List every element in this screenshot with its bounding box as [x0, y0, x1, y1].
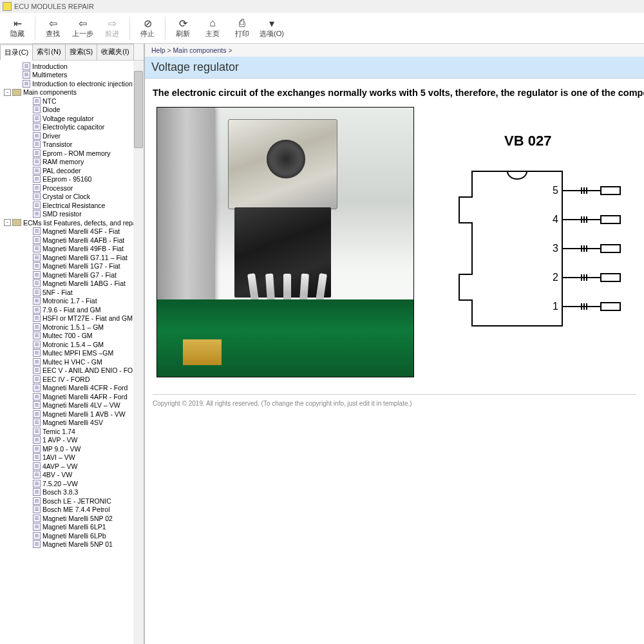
tree-node[interactable]: Crystal or Clock: [0, 193, 144, 202]
tree-node[interactable]: Motronic 1.7 - Fiat: [0, 297, 144, 306]
tree-node[interactable]: Introduction: [0, 62, 144, 71]
stop-button[interactable]: ⊘停止: [134, 14, 161, 43]
tree-node[interactable]: 7.9.6 - Fiat and GM: [0, 305, 144, 314]
book-icon: [12, 89, 21, 96]
tree-node[interactable]: SMD resistor: [0, 210, 144, 219]
tab-index[interactable]: 索引(N): [32, 44, 65, 60]
tree-node[interactable]: -Main components: [0, 88, 144, 97]
tree-node[interactable]: Multec 700 - GM: [0, 332, 144, 341]
tree-node[interactable]: Magneti Marelli 5NP 01: [0, 540, 144, 549]
tree-node[interactable]: Magneti Marelli G7 - Fiat: [0, 270, 144, 279]
tree-node[interactable]: Multimeters: [0, 71, 144, 80]
tree-label: Introduction: [32, 62, 68, 70]
tree-node[interactable]: Magneti Marelli G7.11 – Fiat: [0, 253, 144, 262]
tree-node[interactable]: Magneti Marelli 6LPb: [0, 531, 144, 540]
tree-node[interactable]: Temic 1.74: [0, 427, 144, 436]
tree-node[interactable]: 5NF - Fiat: [0, 288, 144, 297]
tree-node[interactable]: Bosch LE - JETRONIC: [0, 497, 144, 506]
schematic-label: VB 027: [504, 133, 551, 149]
tree-node[interactable]: -ECMs list Features, defects, and repair: [0, 218, 144, 227]
document-icon: [33, 445, 41, 453]
tree-node[interactable]: EEC V - ANIL AND ENIO - FORD: [0, 366, 144, 375]
tree-node[interactable]: Magneti Marelli 4CFR - Ford: [0, 384, 144, 393]
document-icon: [33, 297, 41, 305]
tree-toggle-icon[interactable]: -: [4, 89, 11, 96]
tree-node[interactable]: HSFI or MT27E - Fiat and GM: [0, 314, 144, 323]
tree-label: Magneti Marelli 4CFR - Ford: [43, 384, 128, 392]
print-button[interactable]: ⎙打印: [229, 14, 256, 43]
tree-node[interactable]: Transistor: [0, 140, 144, 149]
options-button[interactable]: ▾选项(O): [258, 14, 285, 43]
tree-node[interactable]: Magneti Marelli 4LV – VW: [0, 401, 144, 410]
home-button[interactable]: ⌂主页: [199, 14, 226, 43]
tree-node[interactable]: Diode: [0, 106, 144, 115]
tree-label: MP 9.0 - VW: [43, 445, 80, 453]
tree-node[interactable]: Magneti Marelli 1ABG - Fiat: [0, 279, 144, 289]
tree-node[interactable]: Magneti Marelli 4AFB - Fiat: [0, 236, 144, 245]
tree-node[interactable]: Eprom - ROM memory: [0, 149, 144, 158]
tree-node[interactable]: EEprom - 95160: [0, 175, 144, 184]
tree-node[interactable]: Voltage regulator: [0, 114, 144, 123]
tab-search[interactable]: 搜索(S): [65, 44, 98, 60]
toolbar: ⇤隐藏⇦查找⇦上一步⇨前进⊘停止⟳刷新⌂主页⎙打印▾选项(O): [0, 13, 644, 44]
tree-node[interactable]: Magneti Marelli 5NP 02: [0, 514, 144, 523]
document-icon: [33, 366, 41, 374]
tree-node[interactable]: 7.5.20 –VW: [0, 479, 144, 488]
breadcrumb-help[interactable]: Help: [151, 46, 166, 54]
tree-node[interactable]: Magneti Marelli 1 AVB - VW: [0, 410, 144, 419]
tree-node[interactable]: Magneti Marelli 4SV: [0, 419, 144, 428]
navigation-tree[interactable]: IntroductionMultimetersIntroduction to e…: [0, 61, 144, 644]
tab-favorites[interactable]: 收藏夹(I): [97, 44, 133, 60]
tree-node[interactable]: MP 9.0 - VW: [0, 444, 144, 453]
tree-node[interactable]: EEC IV - FORD: [0, 375, 144, 384]
hide-button[interactable]: ⇤隐藏: [4, 14, 31, 43]
back-button[interactable]: ⇦上一步: [69, 14, 96, 43]
document-icon: [33, 149, 41, 157]
tree-label: Magneti Marelli 6LPb: [43, 532, 106, 540]
tree-node[interactable]: NTC: [0, 97, 144, 106]
tree-node[interactable]: Magneti Marelli 4AFR - Ford: [0, 392, 144, 401]
document-icon: [33, 245, 41, 252]
tree-node[interactable]: Motronic 1.5.4 – GM: [0, 340, 144, 349]
tree-node[interactable]: Multec H VHC - GM: [0, 357, 144, 366]
tree-label: Processor: [43, 184, 73, 192]
tree-node[interactable]: 4BV - VW: [0, 471, 144, 480]
breadcrumb-main-components[interactable]: Main components: [173, 46, 227, 54]
tree-node[interactable]: Processor: [0, 184, 144, 193]
tree-node[interactable]: Magneti Marelli 4SF - Fiat: [0, 227, 144, 236]
tab-contents[interactable]: 目录(C): [0, 44, 33, 61]
tree-label: NTC: [43, 97, 57, 105]
tree-node[interactable]: 1 AVP - VW: [0, 436, 144, 445]
tree-node[interactable]: Electrolytic capacitor: [0, 123, 144, 132]
tree-label: 1 AVP - VW: [43, 436, 77, 444]
tree-label: Multimeters: [32, 71, 67, 79]
tree-node[interactable]: RAM memory: [0, 158, 144, 167]
home-icon: ⌂: [207, 17, 218, 29]
tree-toggle-icon[interactable]: -: [4, 219, 11, 226]
tree-node[interactable]: Bosch 3.8.3: [0, 488, 144, 497]
tree-node[interactable]: Multec MPFI EMS –GM: [0, 349, 144, 358]
tree-scrollbar[interactable]: [133, 61, 144, 644]
tree-node[interactable]: Magneti Marelli 1G7 - Fiat: [0, 262, 144, 271]
document-icon: [33, 314, 41, 322]
svg-rect-14: [601, 245, 620, 252]
tree-node[interactable]: Driver: [0, 131, 144, 140]
tree-node[interactable]: PAL decoder: [0, 166, 144, 175]
tree-label: Magneti Marelli 4SV: [43, 419, 103, 426]
svg-text:5: 5: [553, 185, 558, 196]
tree-node[interactable]: 4AVP – VW: [0, 462, 144, 471]
tree-label: Magneti Marelli 4LV – VW: [43, 401, 120, 409]
tree-node[interactable]: Bosch ME 7.4.4 Petrol: [0, 506, 144, 515]
tree-node[interactable]: Magneti Marelli 6LP1: [0, 523, 144, 532]
tree-label: Diode: [43, 106, 60, 113]
tree-node[interactable]: Introduction to electronic injection: [0, 79, 144, 88]
document-icon: [33, 515, 41, 522]
scrollbar-thumb[interactable]: [134, 71, 143, 148]
svg-rect-19: [601, 216, 620, 223]
tree-node[interactable]: Magneti Marelli 49FB - Fiat: [0, 245, 144, 254]
tree-node[interactable]: Motronic 1.5.1 – GM: [0, 323, 144, 332]
tree-node[interactable]: 1AVI – VW: [0, 453, 144, 462]
refresh-button[interactable]: ⟳刷新: [169, 14, 196, 43]
tree-node[interactable]: Electrical Resistance: [0, 201, 144, 210]
find-button[interactable]: ⇦查找: [39, 14, 66, 43]
